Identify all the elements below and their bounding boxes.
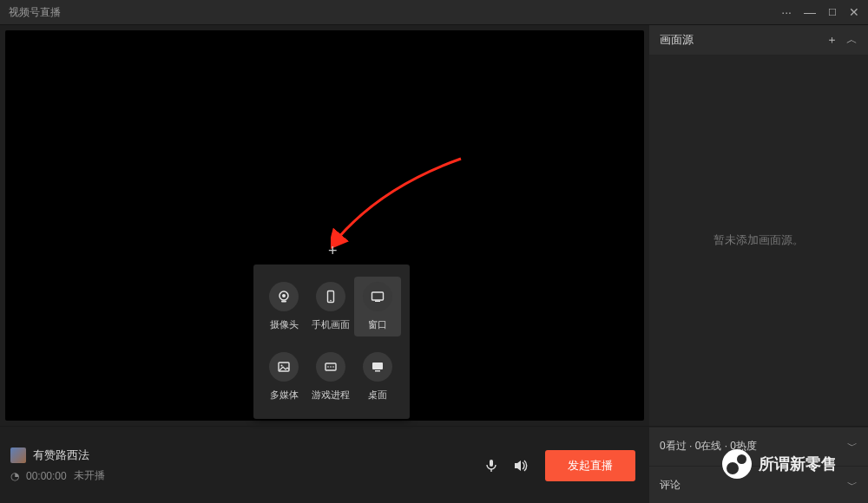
desktop-icon [363, 352, 392, 382]
stats-text: 0看过 · 0在线 · 0热度 [660, 439, 757, 454]
stage-wrapper: + 摄像头 手机画面 窗口 多媒体 [0, 25, 649, 426]
close-icon[interactable]: ✕ [849, 6, 859, 18]
svg-rect-14 [375, 370, 380, 372]
main-area: + 摄像头 手机画面 窗口 多媒体 [0, 25, 868, 426]
source-option-label: 手机画面 [312, 318, 350, 331]
svg-point-4 [330, 300, 332, 302]
start-live-button[interactable]: 发起直播 [545, 450, 635, 481]
svg-rect-6 [375, 301, 380, 303]
svg-rect-15 [490, 460, 493, 467]
svg-point-12 [332, 366, 334, 368]
stats-row[interactable]: 0看过 · 0在线 · 0热度 ﹀ [649, 427, 868, 466]
phone-icon [316, 282, 345, 311]
more-icon[interactable]: ··· [781, 6, 792, 18]
chevron-down-icon: ﹀ [847, 439, 858, 454]
arrow-annotation [331, 152, 470, 265]
live-status: 未开播 [74, 468, 105, 483]
svg-point-1 [282, 294, 286, 297]
avatar [10, 447, 26, 463]
app-title: 视频号直播 [9, 5, 781, 20]
username: 有赞路西法 [33, 447, 89, 463]
source-option-media[interactable]: 多媒体 [260, 347, 307, 407]
svg-point-8 [281, 365, 283, 367]
source-option-camera[interactable]: 摄像头 [260, 277, 307, 336]
comments-label: 评论 [660, 478, 681, 493]
svg-point-11 [330, 366, 332, 368]
source-option-label: 摄像头 [270, 318, 299, 331]
maximize-icon[interactable]: ☐ [828, 8, 837, 17]
game-icon [316, 352, 345, 382]
source-option-game[interactable]: 游戏进程 [307, 347, 354, 407]
svg-rect-13 [372, 363, 383, 369]
speaker-icon[interactable] [514, 459, 529, 473]
clock-icon: ◔ [10, 470, 19, 482]
source-option-label: 桌面 [368, 389, 387, 402]
sources-sidebar: 画面源 ＋ ︿ 暂未添加画面源。 [649, 25, 868, 426]
bottom-controls: 发起直播 [484, 450, 635, 481]
preview-stage: + 摄像头 手机画面 窗口 多媒体 [5, 30, 644, 421]
window-icon [363, 282, 392, 311]
image-icon [269, 352, 299, 382]
svg-point-10 [327, 366, 329, 368]
add-source-button[interactable]: + [328, 243, 338, 258]
source-picker-popup: 摄像头 手机画面 窗口 多媒体 游戏进程 [253, 265, 410, 419]
collapse-icon[interactable]: ︿ [846, 32, 858, 48]
elapsed-time: 00:00:00 [26, 470, 67, 482]
microphone-icon[interactable] [484, 459, 498, 473]
svg-rect-5 [372, 292, 384, 300]
source-option-label: 窗口 [368, 318, 387, 331]
minimize-icon[interactable]: — [804, 6, 816, 18]
bottom-left: 有赞路西法 ◔ 00:00:00 未开播 发起直播 [0, 426, 649, 503]
sources-panel-title: 画面源 [660, 32, 818, 48]
title-bar: 视频号直播 ··· — ☐ ✕ [0, 0, 868, 25]
svg-rect-2 [281, 301, 286, 303]
source-option-label: 游戏进程 [312, 389, 350, 402]
add-source-icon[interactable]: ＋ [826, 32, 838, 48]
sources-empty-text: 暂未添加画面源。 [713, 232, 804, 248]
sources-panel-body: 暂未添加画面源。 [649, 55, 868, 426]
camera-icon [269, 282, 299, 311]
source-option-desktop[interactable]: 桌面 [354, 347, 401, 407]
bottom-right: 0看过 · 0在线 · 0热度 ﹀ 评论 ﹀ [649, 426, 868, 503]
window-controls: ··· — ☐ ✕ [781, 6, 859, 18]
source-option-label: 多媒体 [270, 389, 299, 402]
bottom-bar: 有赞路西法 ◔ 00:00:00 未开播 发起直播 0看过 · 0在线 · 0热… [0, 426, 868, 503]
source-option-phone[interactable]: 手机画面 [307, 277, 354, 336]
chevron-down-icon: ﹀ [847, 478, 858, 493]
source-option-window[interactable]: 窗口 [354, 277, 401, 336]
comments-row[interactable]: 评论 ﹀ [649, 466, 868, 504]
svg-rect-16 [490, 469, 491, 472]
sources-panel-header: 画面源 ＋ ︿ [649, 25, 868, 55]
